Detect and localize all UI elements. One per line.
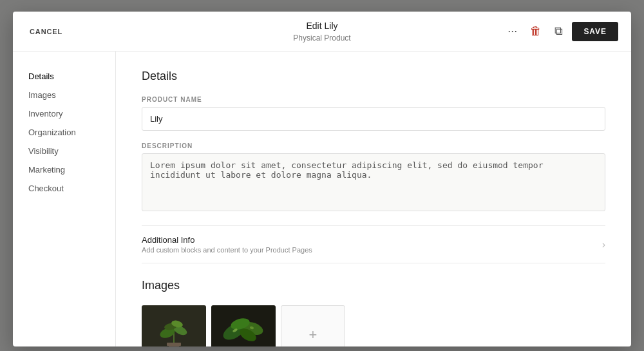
ellipsis-icon: ···	[507, 24, 517, 38]
additional-info-left: Additional Info Add custom blocks and co…	[142, 235, 312, 254]
edit-product-modal: CANCEL Edit Lily Physical Product ··· 🗑 …	[13, 12, 631, 346]
product-name-label: PRODUCT NAME	[142, 96, 605, 103]
product-name-input[interactable]	[142, 107, 605, 131]
additional-info-sub: Add custom blocks and content to your Pr…	[142, 246, 312, 254]
description-field-group: DESCRIPTION	[142, 142, 605, 214]
add-icon: +	[309, 327, 317, 343]
image-thumb-2[interactable]	[211, 305, 276, 346]
modal-body: Details Images Inventory Organization Vi…	[13, 52, 631, 346]
delete-button[interactable]: 🗑	[526, 22, 545, 41]
modal-header-center: Edit Lily Physical Product	[223, 20, 421, 42]
details-section-title: Details	[142, 70, 605, 83]
sidebar-item-marketing[interactable]: Marketing	[13, 160, 115, 179]
additional-info-row[interactable]: Additional Info Add custom blocks and co…	[142, 225, 605, 263]
more-options-button[interactable]: ···	[504, 22, 521, 41]
modal-subtitle: Physical Product	[223, 33, 421, 43]
copy-icon: ⧉	[554, 24, 563, 38]
images-grid: +	[142, 305, 605, 346]
svg-rect-1	[167, 343, 181, 346]
modal-header-right: ··· 🗑 ⧉ SAVE	[421, 22, 618, 41]
modal-content: Details PRODUCT NAME DESCRIPTION Additio…	[116, 52, 631, 346]
modal-header: CANCEL Edit Lily Physical Product ··· 🗑 …	[13, 12, 631, 52]
product-name-field-group: PRODUCT NAME	[142, 96, 605, 131]
image-thumb-1[interactable]	[142, 305, 206, 346]
sidebar-item-details[interactable]: Details	[13, 67, 115, 86]
description-label: DESCRIPTION	[142, 142, 605, 149]
sidebar-item-inventory[interactable]: Inventory	[13, 104, 115, 123]
trash-icon: 🗑	[530, 24, 542, 38]
sidebar-item-organization[interactable]: Organization	[13, 123, 115, 142]
sidebar-nav: Details Images Inventory Organization Vi…	[13, 52, 116, 346]
sidebar-item-images[interactable]: Images	[13, 86, 115, 104]
images-section-title: Images	[142, 279, 605, 292]
sidebar-item-visibility[interactable]: Visibility	[13, 142, 115, 160]
add-image-button[interactable]: +	[281, 305, 345, 346]
description-textarea[interactable]	[142, 153, 605, 211]
modal-header-left: CANCEL	[26, 25, 223, 38]
sidebar-item-checkout[interactable]: Checkout	[13, 179, 115, 198]
save-button[interactable]: SAVE	[572, 22, 618, 41]
modal-title: Edit Lily	[223, 20, 421, 32]
cancel-button[interactable]: CANCEL	[26, 25, 66, 38]
additional-info-title: Additional Info	[142, 235, 312, 245]
duplicate-button[interactable]: ⧉	[551, 22, 567, 41]
chevron-right-icon: ›	[602, 239, 605, 251]
